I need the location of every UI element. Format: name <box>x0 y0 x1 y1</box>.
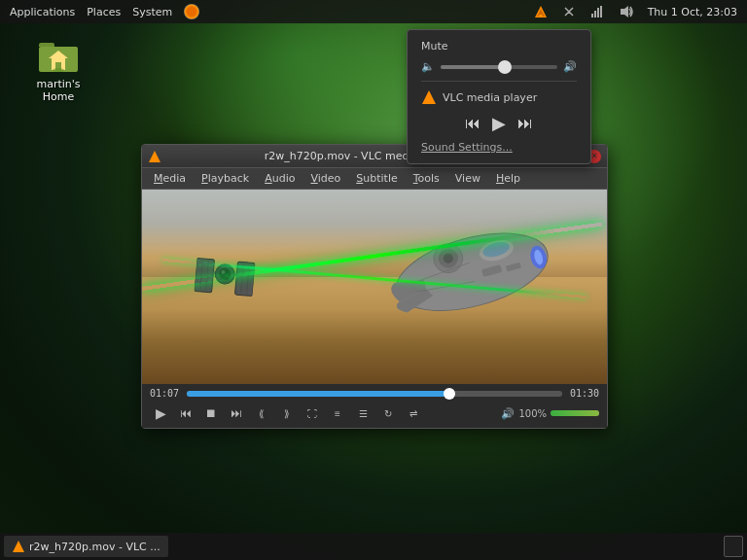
popup-play-button[interactable]: ▶ <box>492 113 506 133</box>
popup-next-button[interactable]: ⏭ <box>517 114 533 132</box>
volume-slider-fill <box>441 65 505 69</box>
stop-button[interactable]: ⏹ <box>200 404 222 422</box>
mute-label: Mute <box>421 40 577 52</box>
taskbar-vlc-icon <box>12 540 25 553</box>
shuffle-button[interactable]: ⇌ <box>403 404 424 422</box>
system-menu[interactable]: System <box>126 0 178 23</box>
popup-vlc-icon <box>421 89 437 105</box>
top-panel: Applications Places System <box>0 0 747 23</box>
loop-button[interactable]: ↻ <box>377 404 399 422</box>
menu-tools[interactable]: Tools <box>406 170 447 187</box>
menu-video[interactable]: Video <box>302 170 348 187</box>
extended-button[interactable]: ≡ <box>327 404 348 422</box>
network-icon[interactable] <box>584 4 611 19</box>
vlc-window: r2w_h720p.mov - VLC media player − □ ✕ M… <box>141 144 608 429</box>
volume-slider-track[interactable] <box>441 65 557 69</box>
bluetooth-icon[interactable] <box>556 4 582 19</box>
datetime-display[interactable]: Thu 1 Oct, 23:03 <box>642 6 743 18</box>
popup-divider <box>421 81 577 82</box>
seek-fill <box>187 391 449 397</box>
menu-subtitle[interactable]: Subtitle <box>348 170 405 187</box>
volume-fill <box>551 410 599 416</box>
fullscreen-button[interactable]: ⛶ <box>302 404 323 422</box>
bluetooth-symbol <box>562 4 576 19</box>
svg-point-12 <box>53 68 64 72</box>
firefox-icon <box>184 4 199 19</box>
volume-low-icon: 🔈 <box>421 60 435 73</box>
menu-media[interactable]: Media <box>146 170 194 187</box>
taskbar-vlc-item[interactable]: r2w_h720p.mov - VLC ... <box>4 536 168 557</box>
popup-prev-button[interactable]: ⏮ <box>465 114 480 132</box>
svg-rect-41 <box>17 549 20 552</box>
volume-bar[interactable] <box>551 410 599 416</box>
vlc-controls: ▶ ⏮ ⏹ ⏭ ⟪ ⟫ ⛶ ≡ ☰ ↻ ⇌ 🔊 100% <box>142 401 607 428</box>
taskbar-vlc-label: r2w_h720p.mov - VLC ... <box>29 541 160 553</box>
applications-menu[interactable]: Applications <box>4 0 81 23</box>
svg-rect-6 <box>600 6 602 18</box>
volume-icon <box>619 4 634 19</box>
menu-audio[interactable]: Audio <box>257 170 302 187</box>
bottom-panel: r2w_h720p.mov - VLC ... <box>0 533 747 560</box>
panel-right: Thu 1 Oct, 23:03 <box>527 4 743 19</box>
svg-rect-39 <box>427 101 431 104</box>
volume-high-icon: 🔊 <box>563 60 577 73</box>
popup-app-name: VLC media player <box>443 91 537 104</box>
menu-help[interactable]: Help <box>488 170 528 187</box>
svg-rect-4 <box>594 11 596 18</box>
skip-back-button[interactable]: ⟪ <box>251 404 272 422</box>
vlc-icon <box>533 4 549 19</box>
next-button[interactable]: ⏭ <box>226 404 247 422</box>
desktop: Applications Places System <box>0 0 747 560</box>
places-menu[interactable]: Places <box>81 0 126 23</box>
vlc-menubar: Media Playback Audio Video Subtitle Tool… <box>142 168 607 190</box>
time-total: 01:30 <box>568 388 599 399</box>
volume-slider-handle[interactable] <box>498 60 512 74</box>
svg-rect-5 <box>597 8 599 18</box>
vlc-panel-icon[interactable] <box>527 4 554 19</box>
folder-home-icon <box>35 35 82 74</box>
svg-rect-2 <box>539 15 543 18</box>
volume-area: 🔊 100% <box>501 407 599 420</box>
seek-handle[interactable] <box>444 388 455 400</box>
prev-button[interactable]: ⏮ <box>175 404 196 422</box>
vlc-video-area <box>142 190 607 384</box>
popup-app-row: VLC media player <box>421 89 577 105</box>
time-current: 01:07 <box>150 388 181 399</box>
firefox-launcher[interactable] <box>178 0 205 23</box>
volume-percent-label: 100% <box>518 408 547 419</box>
volume-slider-row: 🔈 🔊 <box>421 60 577 73</box>
volume-popup: Mute 🔈 🔊 VLC media player ⏮ ▶ ⏭ Sound Se… <box>407 29 591 164</box>
menu-view[interactable]: View <box>447 170 488 187</box>
skip-fwd-button[interactable]: ⟫ <box>276 404 298 422</box>
popup-controls: ⏮ ▶ ⏭ <box>421 113 577 133</box>
desktop-icon-label: martin's Home <box>19 78 97 103</box>
desktop-home-icon[interactable]: martin's Home <box>19 35 97 103</box>
network-symbol <box>589 4 605 19</box>
show-desktop-button[interactable] <box>724 536 743 557</box>
svg-rect-3 <box>591 14 593 18</box>
volume-speaker-icon: 🔊 <box>501 407 515 420</box>
volume-control[interactable] <box>613 4 640 19</box>
svg-marker-7 <box>621 6 628 18</box>
video-scene <box>142 190 607 384</box>
vlc-title-icon <box>148 150 161 163</box>
seek-track[interactable] <box>187 391 562 397</box>
svg-rect-14 <box>153 159 157 162</box>
playlist-button[interactable]: ☰ <box>352 404 374 422</box>
sound-settings-link[interactable]: Sound Settings... <box>421 141 513 154</box>
vlc-seekbar: 01:07 01:30 <box>142 384 607 401</box>
menu-playback[interactable]: Playback <box>194 170 257 187</box>
play-button[interactable]: ▶ <box>150 404 171 422</box>
